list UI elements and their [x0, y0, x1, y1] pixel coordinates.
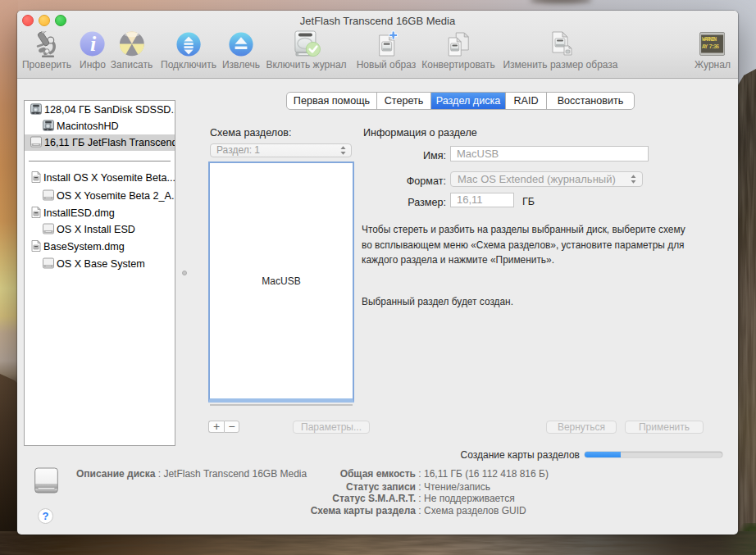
svg-text:WARNIN: WARNIN: [702, 36, 717, 43]
svg-text:i: i: [90, 32, 97, 56]
svg-text:AY 7:36: AY 7:36: [702, 43, 719, 50]
